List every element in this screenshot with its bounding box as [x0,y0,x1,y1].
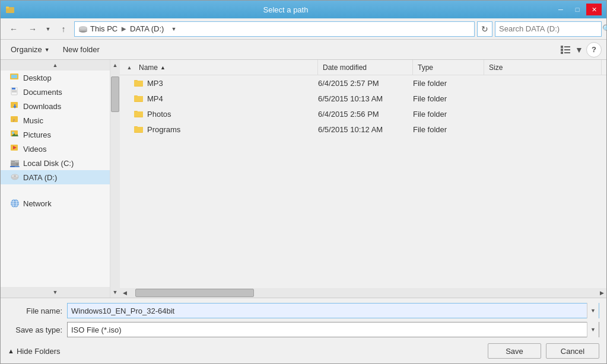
view-dropdown-button[interactable]: ▼ [574,42,584,58]
local-disk-icon [10,158,20,168]
sidebar-label-pictures: Pictures [23,130,51,139]
folder-icon [134,94,144,103]
hide-folders-button[interactable]: ▲ Hide Folders [8,347,61,356]
svg-text:♪: ♪ [12,117,15,123]
col-header-type[interactable]: Type [413,60,484,75]
folder-icon [134,79,144,87]
svg-point-30 [17,164,18,165]
svg-rect-2 [6,7,9,8]
filename-dropdown-arrow[interactable]: ▼ [587,303,599,318]
saveastype-label: Save as type: [8,325,67,334]
svg-point-36 [14,175,16,177]
hscroll-left-arrow[interactable]: ◀ [120,288,129,298]
column-headers: ▲ Name ▲ Date modified Type Size [120,60,606,75]
sidebar-scroll-down-arrow[interactable]: ▼ [110,287,120,298]
breadcrumb-thispc[interactable]: This PC [90,24,117,33]
close-button[interactable]: ✕ [586,4,602,15]
save-button[interactable]: Save [488,343,541,359]
svg-rect-31 [11,161,15,162]
view-controls: ▼ ? [557,42,602,58]
svg-point-5 [79,26,87,30]
sidebar-scroll-up[interactable]: ▲ [1,60,110,71]
svg-rect-8 [561,49,563,51]
table-row[interactable]: MP4 6/5/2015 10:13 AM File folder [120,91,606,106]
sidebar-item-documents[interactable]: Documents [1,85,110,99]
sidebar-scroll-down[interactable]: ▼ [1,287,110,298]
col-header-date[interactable]: Date modified [318,60,413,75]
sidebar-item-videos[interactable]: Videos [1,142,110,156]
videos-icon [10,144,20,154]
table-row[interactable]: Programs 6/5/2015 10:12 AM File folder [120,122,606,137]
saveastype-value: ISO File (*.iso) [68,325,587,334]
folder-icon [134,110,144,118]
sidebar-item-music[interactable]: ♪ Music [1,113,110,127]
file-date-photos: 6/4/2015 2:56 PM [318,110,413,119]
breadcrumb-datad[interactable]: DATA (D:) [130,24,164,33]
file-list: MP3 6/4/2015 2:57 PM File folder MP4 [120,75,606,288]
sidebar-label-music: Music [23,116,43,125]
hscroll-thumb[interactable] [135,289,254,297]
col-header-size[interactable]: Size [484,60,602,75]
sidebar: ▲ Desktop [1,60,110,298]
sidebar-item-data-drive[interactable]: DATA (D:) [1,170,110,184]
hscroll-right-arrow[interactable]: ▶ [597,288,606,298]
sidebar-label-downloads: Downloads [23,102,61,111]
hscroll-track[interactable] [129,288,597,298]
button-row: ▲ Hide Folders Save Cancel [8,341,599,359]
svg-rect-15 [12,88,15,90]
sidebar-item-network[interactable]: Network [1,196,110,210]
sidebar-item-downloads[interactable]: Downloads [1,99,110,113]
help-button[interactable]: ? [586,42,602,58]
music-icon: ♪ [10,116,20,125]
sidebar-label-documents: Documents [23,88,62,97]
minimize-button[interactable]: ─ [553,4,568,15]
svg-rect-6 [561,46,563,48]
sidebar-item-desktop[interactable]: Desktop [1,71,110,85]
details-view-icon [560,45,571,55]
svg-rect-44 [134,81,143,86]
svg-rect-33 [10,166,15,167]
sidebar-scroll-track[interactable] [110,71,120,287]
data-drive-icon [10,173,20,182]
back-button[interactable]: ← [5,21,22,37]
search-button[interactable]: 🔍 [602,21,607,37]
list-scroll-up[interactable]: ▲ [125,62,134,73]
sidebar-scroll-up-arrow[interactable]: ▲ [110,60,120,71]
sidebar-label-data-drive: DATA (D:) [23,173,57,182]
table-row[interactable]: MP3 6/4/2015 2:57 PM File folder [120,75,606,91]
organize-button[interactable]: Organize ▼ [5,42,55,58]
saveastype-dropdown-arrow[interactable]: ▼ [587,322,599,337]
svg-rect-9 [564,49,570,50]
documents-icon [10,87,20,97]
nav-history-dropdown[interactable]: ▼ [43,21,53,37]
sidebar-item-local-disk[interactable]: Local Disk (C:) [1,156,110,170]
file-type-mp3: File folder [413,79,484,88]
col-header-name[interactable]: Name ▲ [134,60,318,75]
filename-input[interactable] [68,306,587,315]
file-type-mp4: File folder [413,94,484,103]
svg-point-24 [12,132,14,134]
title-bar-controls: ─ □ ✕ [553,4,602,15]
action-toolbar: Organize ▼ New folder ▼ ? [1,40,606,60]
cancel-button[interactable]: Cancel [546,343,599,359]
up-button[interactable]: ↑ [55,21,72,37]
folder-icon [134,125,144,133]
svg-rect-11 [564,52,570,53]
address-bar[interactable]: This PC ► DATA (D:) ▼ [74,21,475,37]
address-dropdown-button[interactable]: ▼ [169,26,179,32]
maximize-button[interactable]: □ [570,4,585,15]
desktop-icon [10,73,20,82]
sidebar-spacer [1,184,110,196]
table-row[interactable]: Photos 6/4/2015 2:56 PM File folder [120,106,606,122]
forward-button[interactable]: → [24,21,41,37]
sidebar-item-pictures[interactable]: Pictures [1,127,110,142]
file-name-mp4: MP4 [125,94,318,103]
sidebar-scroll-thumb[interactable] [111,76,119,112]
svg-rect-53 [134,127,143,132]
view-toggle-button[interactable] [557,42,574,58]
search-input[interactable] [495,24,602,33]
new-folder-button[interactable]: New folder [58,42,105,58]
refresh-button[interactable]: ↻ [477,21,492,37]
file-type-photos: File folder [413,110,484,119]
sidebar-label-local-disk: Local Disk (C:) [23,159,74,168]
